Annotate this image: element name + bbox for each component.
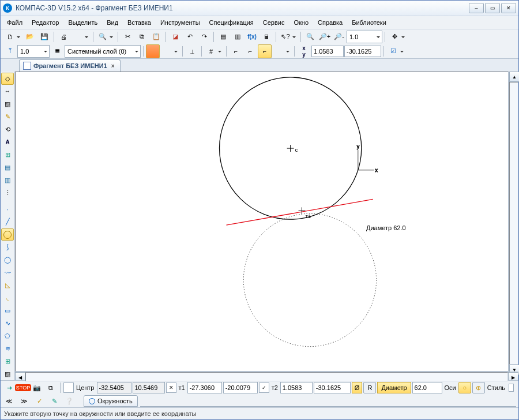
osnap-active-button[interactable]: ⌐ — [258, 44, 272, 58]
menu-help[interactable]: Справка — [314, 18, 347, 27]
fillet-tool-button[interactable]: ◟ — [1, 292, 14, 304]
fx-button[interactable]: f(x) — [245, 30, 259, 44]
scroll-up-button[interactable]: ▲ — [509, 72, 519, 82]
offset-tool-button[interactable]: ≋ — [1, 343, 14, 355]
scrollbar-vertical[interactable]: ▲ ▼ — [509, 72, 518, 372]
minimize-button[interactable]: – — [469, 3, 484, 13]
edit-panel-button[interactable]: ✎ — [1, 111, 14, 123]
chamfer-tool-button[interactable]: ◺ — [1, 279, 14, 291]
t2-lock-checkbox[interactable]: ✓ — [259, 382, 269, 393]
scrollbar-horizontal[interactable]: ◀ ▶ — [15, 372, 518, 381]
t2-x-field[interactable]: 1.0583 — [280, 382, 313, 393]
line-tool-button[interactable]: ╱ — [1, 216, 14, 228]
spec-pos-button[interactable]: ▥ — [231, 30, 245, 44]
dimensions-panel-button[interactable]: ↔ — [1, 85, 14, 97]
redo-button[interactable]: ↷ — [197, 30, 211, 44]
menu-select[interactable]: Выделить — [64, 18, 101, 27]
zoom-window-button[interactable]: 🔍 — [303, 30, 317, 44]
bezier-tool-button[interactable]: ∿ — [1, 317, 14, 329]
brush-button[interactable]: ✎ — [48, 395, 61, 407]
grid-button[interactable]: # — [204, 44, 224, 58]
point-tool-button[interactable]: · — [1, 203, 14, 215]
snap-button[interactable]: ⌐ — [229, 44, 243, 58]
zoom-in-button[interactable]: 🔎+ — [318, 30, 332, 44]
interrupt-button[interactable]: ➜ — [3, 381, 16, 394]
t2-y-field[interactable]: -30.1625 — [314, 382, 351, 393]
snapmode-button[interactable]: ⌐ — [243, 44, 257, 58]
save-button[interactable]: 💾 — [37, 30, 51, 44]
new-button[interactable]: 🗋 — [3, 30, 22, 44]
color-button[interactable] — [160, 44, 180, 58]
autoshape-tool-button[interactable]: ⊞ — [1, 355, 14, 367]
open-button[interactable]: 📂 — [23, 30, 37, 44]
print-button[interactable]: 🖨 — [57, 30, 70, 44]
eraser-button[interactable]: ◪ — [168, 30, 182, 44]
confirm-button[interactable]: ✓ — [33, 395, 46, 407]
table-panel-button[interactable]: ⊞ — [1, 149, 14, 161]
menu-view[interactable]: Вид — [103, 18, 122, 27]
pan-button[interactable]: ✥ — [388, 30, 407, 44]
rect-tool-button[interactable]: ▭ — [1, 305, 14, 317]
zoom-out-button[interactable]: 🔎- — [332, 30, 346, 44]
command-tab[interactable]: Окружность — [84, 395, 138, 407]
camera-button[interactable]: 📷 — [31, 381, 43, 394]
menu-service[interactable]: Сервис — [259, 18, 289, 27]
center-y-field[interactable]: 10.5469 — [133, 382, 165, 393]
drawing-canvas[interactable]: c y x — [15, 72, 509, 372]
ortho-button[interactable]: ⟂ — [185, 44, 199, 58]
polygon-tool-button[interactable]: ⬠ — [1, 330, 14, 342]
layer-dropdown[interactable]: Системный слой (0) — [65, 45, 141, 58]
menu-file[interactable]: Файл — [3, 18, 27, 27]
diameter-toggle[interactable]: Диаметр — [377, 382, 411, 393]
notation-panel-button[interactable]: ▨ — [1, 98, 14, 110]
axes-off-button[interactable]: ○ — [458, 382, 471, 393]
menu-tools[interactable]: Инструменты — [156, 18, 204, 27]
ellipse-tool-button[interactable]: ◯ — [1, 254, 14, 266]
tab-close-button[interactable]: × — [110, 62, 116, 69]
calc-button[interactable]: 🖩 — [260, 30, 273, 44]
aux-panel-button[interactable]: ⋮ — [1, 187, 14, 199]
cursor-y-field[interactable]: -30.1625 — [344, 46, 381, 57]
params-panel-button[interactable]: ⟲ — [1, 123, 14, 136]
spec-obj-button[interactable]: ▤ — [216, 30, 230, 44]
arc-tool-button[interactable]: ⟆ — [1, 241, 14, 253]
copy-params-button[interactable]: ⧉ — [44, 381, 57, 394]
help-button[interactable]: ❔ — [63, 395, 76, 407]
menu-window[interactable]: Окно — [289, 18, 313, 27]
constraints-button[interactable]: ☑ — [386, 44, 406, 58]
geometry-panel-button[interactable]: ◇ — [1, 73, 14, 85]
zoom-scale-dropdown[interactable]: 1.0 — [347, 31, 382, 43]
center-lock-checkbox[interactable] — [63, 382, 74, 393]
toggle-weights-button[interactable] — [146, 44, 160, 58]
spec-panel-button[interactable]: ▤ — [1, 162, 14, 174]
menu-insert[interactable]: Вставка — [123, 18, 155, 27]
document-tab[interactable]: Фрагмент БЕЗ ИМЕНИ1 × — [19, 59, 121, 72]
paste-button[interactable]: 📋 — [149, 30, 163, 44]
maximize-button[interactable]: ▭ — [485, 3, 500, 13]
diameter-mode-button[interactable]: Ø — [352, 382, 363, 393]
next-cmd-button[interactable]: ≫ — [18, 395, 31, 407]
circle-tool-button[interactable] — [1, 228, 14, 241]
undo-button[interactable]: ↶ — [183, 30, 197, 44]
osnap-more-button[interactable] — [272, 44, 292, 58]
preview-button[interactable]: 🔍 — [96, 30, 115, 44]
t1-y-field[interactable]: -20.0079 — [223, 382, 258, 393]
report-panel-button[interactable]: ▥ — [1, 174, 14, 186]
pointer-help-button[interactable]: ⇖? — [279, 30, 298, 44]
layers-button[interactable]: ≣ — [50, 44, 64, 58]
view-scale-dropdown[interactable]: 1.0 — [17, 45, 50, 58]
line-style-dropdown[interactable] — [509, 384, 514, 392]
menu-spec[interactable]: Спецификация — [205, 18, 258, 27]
center-x-field[interactable]: -32.5405 — [97, 382, 131, 393]
close-button[interactable]: ✕ — [501, 3, 516, 13]
hatch-tool-button[interactable]: ▨ — [1, 368, 14, 380]
diameter-value-field[interactable]: 62.0 — [412, 382, 442, 393]
cut-button[interactable]: ✂ — [121, 30, 134, 44]
stop-button[interactable]: STOP — [17, 381, 29, 394]
ucs-button[interactable]: ⤒ — [3, 44, 17, 58]
spline-tool-button[interactable]: 〰 — [1, 267, 14, 279]
menu-editor[interactable]: Редактор — [28, 18, 63, 27]
menu-libraries[interactable]: Библиотеки — [348, 18, 390, 27]
print-more-button[interactable] — [71, 30, 91, 44]
copy-button[interactable]: ⧉ — [135, 30, 149, 44]
